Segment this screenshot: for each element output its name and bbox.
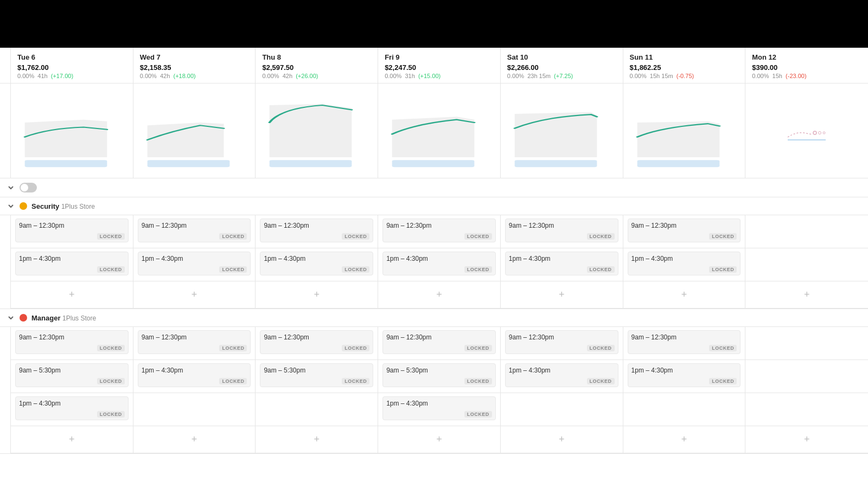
add-side-spacer [0, 426, 11, 453]
shift-time-0-3-1: 1pm – 4:30pm [386, 255, 428, 262]
add-side-spacer [0, 281, 11, 309]
schedule-row-1-1: 9am – 5:30pm LOCKED 1pm – 4:30pm LOCKED … [0, 360, 868, 393]
schedule-cell-1-4-2 [501, 393, 623, 426]
shift-block-1-0-1[interactable]: 9am – 5:30pm LOCKED [15, 363, 129, 387]
day-name-3: Fri 9 [385, 53, 494, 61]
schedule-cell-1-5-2 [623, 393, 746, 426]
day-amount-1: $2,158.35 [140, 63, 249, 72]
chart-svg-5 [626, 88, 743, 175]
chart-svg-4 [503, 88, 621, 175]
locked-badge-1-0-0: LOCKED [97, 345, 125, 351]
add-shift-btn-0-5[interactable]: + [623, 281, 746, 309]
shift-block-1-4-1[interactable]: 1pm – 4:30pm LOCKED [505, 363, 618, 387]
shift-block-0-2-1[interactable]: 1pm – 4:30pm LOCKED [260, 252, 373, 275]
shift-block-1-2-0[interactable]: 9am – 12:30pm LOCKED [260, 330, 373, 354]
schedule-cell-1-1-0: 9am – 12:30pm LOCKED [133, 327, 256, 360]
roles-container: Security 1Plus Store 9am – 12:30pm LOCKE… [0, 197, 868, 454]
shift-time-0-5-1: 1pm – 4:30pm [631, 255, 673, 262]
role-chevron-icon-1[interactable] [7, 313, 15, 322]
shift-block-0-3-0[interactable]: 9am – 12:30pm LOCKED [382, 219, 496, 242]
shift-time-1-2-1: 9am – 5:30pm [264, 367, 305, 374]
add-shift-btn-1-5[interactable]: + [623, 426, 746, 453]
locked-badge-1-5-1: LOCKED [709, 378, 737, 384]
shift-time-0-4-0: 9am – 12:30pm [509, 222, 554, 229]
locked-badge-1-3-2: LOCKED [464, 411, 492, 418]
shift-block-1-1-1[interactable]: 1pm – 4:30pm LOCKED [138, 363, 251, 387]
role-section-0: Security 1Plus Store 9am – 12:30pm LOCKE… [0, 197, 868, 309]
locked-badge-0-2-1: LOCKED [342, 266, 369, 273]
schedule-cell-1-5-0: 9am – 12:30pm LOCKED [623, 327, 746, 360]
shift-block-0-4-0[interactable]: 9am – 12:30pm LOCKED [505, 219, 618, 242]
shift-block-0-5-0[interactable]: 9am – 12:30pm LOCKED [628, 219, 741, 242]
day-amount-3: $2,247.50 [385, 63, 494, 72]
locked-badge-0-0-1: LOCKED [97, 266, 125, 273]
shift-time-0-4-1: 1pm – 4:30pm [509, 255, 551, 262]
shift-block-0-0-1[interactable]: 1pm – 4:30pm LOCKED [15, 252, 129, 275]
day-amount-5: $1,862.25 [630, 63, 739, 72]
shift-block-1-3-1[interactable]: 9am – 5:30pm LOCKED [382, 363, 496, 387]
shift-block-1-3-0[interactable]: 9am – 12:30pm LOCKED [382, 330, 496, 354]
add-shift-btn-1-6[interactable]: + [745, 426, 868, 453]
svg-point-8 [823, 132, 825, 134]
shift-block-1-2-1[interactable]: 9am – 5:30pm LOCKED [260, 363, 373, 387]
schedule-cell-1-0-0: 9am – 12:30pm LOCKED [11, 327, 133, 360]
shift-block-1-0-0[interactable]: 9am – 12:30pm LOCKED [15, 330, 129, 354]
day-meta-2: 0.00% 42h (+26.00) [262, 73, 318, 79]
add-shift-btn-0-4[interactable]: + [501, 281, 623, 309]
add-row-1: +++++++ [0, 426, 868, 453]
schedule-side-spacer [0, 360, 11, 393]
shift-block-1-4-0[interactable]: 9am – 12:30pm LOCKED [505, 330, 618, 354]
shift-block-0-0-0[interactable]: 9am – 12:30pm LOCKED [15, 219, 129, 242]
shift-time-0-1-0: 9am – 12:30pm [142, 222, 187, 229]
day-amount-6: $390.00 [752, 63, 861, 72]
chart-cell-0 [11, 84, 133, 178]
role-chevron-icon-0[interactable] [7, 202, 15, 210]
schedule-row-1-2: 1pm – 4:30pm LOCKED 1pm – 4:30pm LOCKED [0, 393, 868, 426]
shift-block-0-1-0[interactable]: 9am – 12:30pm LOCKED [138, 219, 251, 242]
add-shift-btn-0-2[interactable]: + [256, 281, 378, 309]
add-shift-btn-1-4[interactable]: + [501, 426, 623, 453]
add-shift-btn-1-1[interactable]: + [133, 426, 256, 453]
schedule-row-0-1: 1pm – 4:30pm LOCKED 1pm – 4:30pm LOCKED … [0, 248, 868, 281]
shift-block-0-3-1[interactable]: 1pm – 4:30pm LOCKED [382, 252, 496, 275]
main-content: Tue 6 $1,762.00 0.00% 41h (+17.00) Wed 7… [0, 48, 868, 488]
schedule-cell-0-0-0: 9am – 12:30pm LOCKED [11, 215, 133, 248]
shift-block-1-0-2[interactable]: 1pm – 4:30pm LOCKED [15, 396, 129, 420]
shift-block-0-5-1[interactable]: 1pm – 4:30pm LOCKED [628, 252, 741, 275]
schedule-row-0-0: 9am – 12:30pm LOCKED 9am – 12:30pm LOCKE… [0, 215, 868, 248]
locked-badge-0-1-0: LOCKED [219, 233, 247, 240]
add-shift-btn-1-3[interactable]: + [378, 426, 501, 453]
shift-block-0-1-1[interactable]: 1pm – 4:30pm LOCKED [138, 252, 251, 275]
schedule-cell-1-3-0: 9am – 12:30pm LOCKED [378, 327, 501, 360]
schedule-cell-0-2-1: 1pm – 4:30pm LOCKED [256, 248, 378, 281]
shift-block-1-3-2[interactable]: 1pm – 4:30pm LOCKED [382, 396, 496, 420]
svg-rect-2 [270, 160, 352, 167]
shift-block-1-5-1[interactable]: 1pm – 4:30pm LOCKED [628, 363, 741, 387]
add-shift-btn-0-6[interactable]: + [745, 281, 868, 309]
shift-time-1-1-0: 9am – 12:30pm [142, 333, 187, 341]
schedule-cell-1-2-0: 9am – 12:30pm LOCKED [256, 327, 378, 360]
add-shift-btn-1-0[interactable]: + [11, 426, 133, 453]
locked-badge-0-3-1: LOCKED [464, 266, 492, 273]
schedule-cell-1-0-1: 9am – 5:30pm LOCKED [11, 360, 133, 393]
add-shift-btn-1-2[interactable]: + [256, 426, 378, 453]
day-amount-0: $1,762.00 [17, 63, 126, 72]
day-col-header-6: Mon 12 $390.00 0.00% 15h (-23.00) [745, 48, 868, 83]
role-name-1: Manager 1Plus Store [31, 314, 96, 322]
schedule-cell-0-3-1: 1pm – 4:30pm LOCKED [378, 248, 501, 281]
shift-block-1-5-0[interactable]: 9am – 12:30pm LOCKED [628, 330, 741, 354]
shift-time-0-5-0: 9am – 12:30pm [631, 222, 676, 229]
role-header-1: Manager 1Plus Store [0, 309, 868, 327]
shift-time-1-5-1: 1pm – 4:30pm [631, 367, 673, 374]
shift-block-0-4-1[interactable]: 1pm – 4:30pm LOCKED [505, 252, 618, 275]
shift-block-1-1-0[interactable]: 9am – 12:30pm LOCKED [138, 330, 251, 354]
add-shift-btn-0-3[interactable]: + [378, 281, 501, 309]
time-off-toggle[interactable] [20, 183, 37, 192]
svg-rect-1 [147, 160, 229, 167]
time-off-chevron-icon[interactable] [7, 183, 15, 192]
locked-badge-1-2-0: LOCKED [342, 345, 369, 351]
shift-block-0-2-0[interactable]: 9am – 12:30pm LOCKED [260, 219, 373, 242]
locked-badge-1-4-0: LOCKED [587, 345, 615, 351]
add-shift-btn-0-0[interactable]: + [11, 281, 133, 309]
add-shift-btn-0-1[interactable]: + [133, 281, 256, 309]
